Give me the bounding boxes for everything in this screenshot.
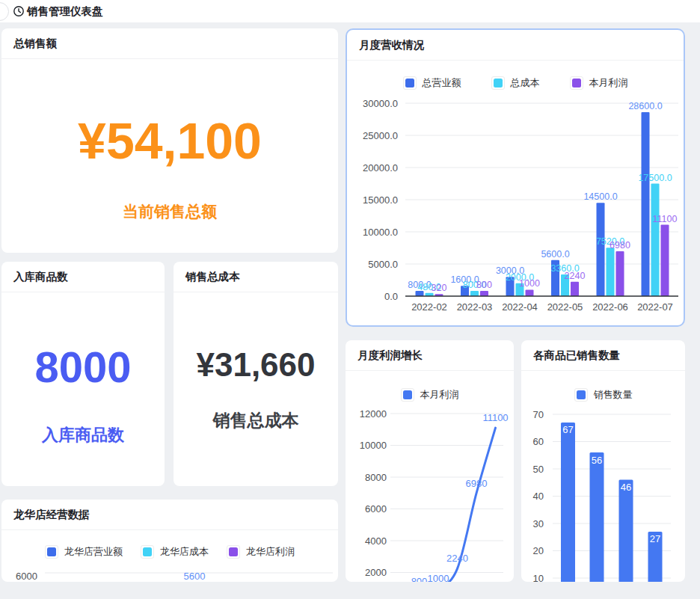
x-tick-label: 2022-06 [592, 301, 628, 313]
y-tick-label: 20 [533, 545, 544, 556]
y-tick-label: 0.0 [384, 291, 398, 302]
total-cost-value: ¥31,660 [174, 342, 338, 387]
bar [590, 452, 604, 582]
bar [607, 248, 615, 296]
card-product-sales: 各商品已销售数量 销售数量 7060504030201067564627 [521, 340, 685, 582]
card-longhua-store: 龙华店经营数据 龙华店营业额龙华店成本龙华店利润 60005600 [1, 500, 338, 582]
data-label: 28600.0 [628, 101, 662, 111]
data-label: 1000 [428, 573, 449, 582]
data-label: 17500.0 [638, 173, 672, 183]
total-sales-caption: 当前销售总额 [1, 200, 338, 223]
bar [597, 203, 605, 296]
y-tick-label: 30000.0 [363, 98, 398, 109]
data-label: 800 [411, 576, 428, 582]
data-label: 14500.0 [583, 191, 617, 202]
x-tick-label: 2022-05 [547, 301, 583, 313]
card-total-cost: 销售总成本 ¥31,660 销售总成本 [174, 262, 338, 486]
data-label: 6980 [610, 240, 630, 251]
data-label: 11100 [653, 214, 678, 224]
dashboard-page: 销售管理仪表盘 总销售额 ¥54,100 当前销售总额 入库商品数 8000 入… [0, 0, 700, 599]
y-tick-label: 6000 [16, 571, 37, 582]
data-label: 67 [562, 424, 573, 435]
data-label: 46 [621, 482, 631, 493]
history-clock-icon[interactable] [13, 5, 25, 17]
app-title: 销售管理仪表盘 [27, 0, 103, 22]
data-label: 5600 [184, 571, 206, 582]
x-tick-label: 2022-02 [411, 301, 447, 313]
y-tick-label: 4000 [365, 535, 387, 547]
data-label: 6980 [466, 478, 488, 489]
card-title: 总销售额 [13, 28, 57, 58]
y-tick-label: 10000.0 [363, 227, 398, 238]
bar [480, 291, 488, 296]
y-tick-label: 15000.0 [363, 194, 398, 206]
x-tick-label: 2022-04 [502, 301, 538, 313]
y-tick-label: 8000 [365, 472, 387, 483]
bar [642, 112, 650, 296]
data-label: 2240 [565, 271, 586, 281]
data-label: 1000 [519, 278, 540, 289]
y-tick-label: 20000.0 [363, 162, 398, 173]
data-label: 27 [650, 533, 660, 544]
bar [619, 480, 633, 582]
collapsed-drawer-handle [0, 2, 9, 21]
data-label: 320 [432, 283, 447, 293]
bar [571, 282, 579, 296]
y-tick-label: 70 [533, 409, 544, 420]
data-label: 2240 [446, 553, 468, 564]
card-total-sales: 总销售额 ¥54,100 当前销售总额 [1, 28, 338, 253]
monthly-revenue-chart[interactable]: 0.05000.010000.015000.020000.025000.0300… [347, 30, 684, 325]
total-sales-value: ¥54,100 [1, 109, 338, 172]
bar [561, 423, 575, 582]
y-tick-label: 10000 [360, 440, 387, 451]
card-title: 入库商品数 [13, 262, 68, 292]
y-tick-label: 40 [533, 491, 544, 502]
stock-count-caption: 入库商品数 [1, 424, 165, 446]
total-cost-caption: 销售总成本 [174, 408, 338, 432]
longhua-chart[interactable]: 60005600 [1, 500, 338, 582]
card-profit-growth: 月度利润增长 本月利润 2000400060008000100001200032… [346, 340, 514, 582]
title-divider [174, 292, 338, 292]
y-tick-label: 6000 [365, 503, 387, 514]
title-divider [1, 58, 338, 59]
x-tick-label: 2022-07 [637, 301, 673, 313]
profit-growth-chart[interactable]: 2000400060008000100001200032080010002240… [346, 340, 514, 582]
stock-count-value: 8000 [1, 340, 165, 394]
y-tick-label: 2000 [365, 567, 387, 578]
bar [616, 251, 624, 296]
data-label: 800 [476, 280, 492, 290]
bar [651, 184, 660, 297]
card-stock-count: 入库商品数 8000 入库商品数 [1, 262, 165, 486]
y-tick-label: 60 [533, 436, 544, 447]
title-divider [1, 292, 165, 292]
data-label: 11100 [482, 412, 508, 423]
bar [470, 291, 479, 296]
data-label: 56 [592, 455, 602, 466]
bar [661, 225, 669, 296]
y-tick-label: 10 [533, 573, 544, 583]
product-sales-chart[interactable]: 7060504030201067564627 [521, 340, 685, 582]
y-tick-label: 50 [533, 464, 544, 475]
gridlines [405, 103, 678, 264]
y-tick-label: 30 [533, 518, 544, 529]
x-tick-label: 2022-03 [457, 301, 493, 313]
y-tick-label: 5000.0 [368, 259, 398, 270]
card-monthly-revenue[interactable]: 月度营收情况 总营业额总成本本月利润 0.05000.010000.015000… [346, 28, 685, 327]
data-label: 5600.0 [541, 249, 569, 259]
topbar: 销售管理仪表盘 [0, 0, 700, 22]
y-tick-label: 12000 [360, 408, 387, 420]
series-总营业额: 800.01600.03000.05600.014500.028600.0 [408, 101, 662, 296]
y-tick-label: 25000.0 [363, 130, 398, 141]
card-title: 销售总成本 [185, 262, 240, 292]
bar [526, 289, 534, 296]
